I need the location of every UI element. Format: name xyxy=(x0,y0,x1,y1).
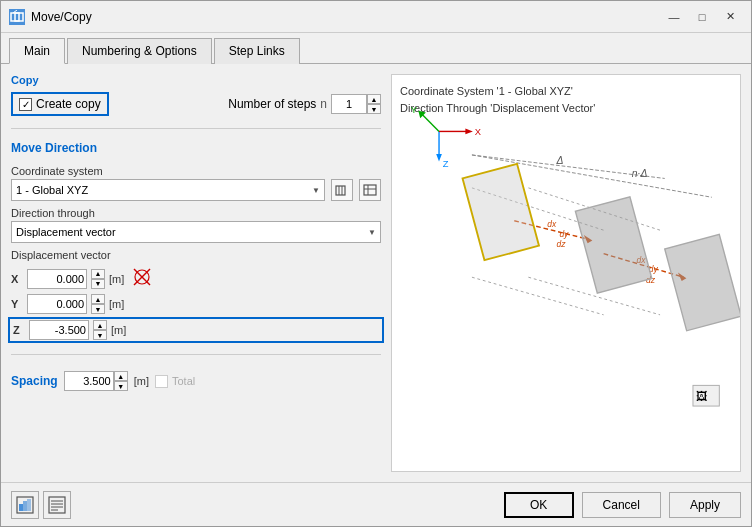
copy-section: Copy ✓ Create copy Number of steps n ▲ xyxy=(11,74,381,116)
x-input[interactable] xyxy=(27,269,87,289)
num-steps-label: Number of steps xyxy=(228,97,316,111)
svg-rect-47 xyxy=(27,499,31,511)
x-unit: [m] xyxy=(109,273,124,285)
z-unit: [m] xyxy=(111,324,126,336)
y-increment[interactable]: ▲ xyxy=(91,294,105,304)
n-increment[interactable]: ▲ xyxy=(367,94,381,104)
spacing-spinbox: ▲ ▼ xyxy=(64,371,128,391)
direction-through-arrow: ▼ xyxy=(368,228,376,237)
create-copy-box: ✓ Create copy xyxy=(11,92,109,116)
num-steps-group: Number of steps n ▲ ▼ xyxy=(228,94,381,114)
move-direction-section: Move Direction Coordinate system 1 - Glo… xyxy=(11,141,381,342)
x-decrement[interactable]: ▼ xyxy=(91,279,105,289)
spacing-label: Spacing xyxy=(11,374,58,388)
x-increment[interactable]: ▲ xyxy=(91,269,105,279)
spacing-input[interactable] xyxy=(64,371,114,391)
create-copy-checkbox[interactable]: ✓ xyxy=(19,98,32,111)
content-area: Copy ✓ Create copy Number of steps n ▲ xyxy=(1,64,751,482)
svg-text:Z: Z xyxy=(443,158,449,169)
x-spinbox-buttons: ▲ ▼ xyxy=(91,269,105,289)
direction-through-group: Direction through Displacement vector ▼ xyxy=(11,207,381,243)
svg-text:n·Δ: n·Δ xyxy=(632,168,648,179)
svg-text:🖼: 🖼 xyxy=(696,390,707,402)
x-label: X xyxy=(11,273,23,285)
tool-icon-1[interactable] xyxy=(11,491,39,519)
svg-text:dz: dz xyxy=(557,239,567,249)
y-spinbox-buttons: ▲ ▼ xyxy=(91,294,105,314)
tab-bar: Main Numbering & Options Step Links xyxy=(1,33,751,64)
spacing-decrement[interactable]: ▼ xyxy=(114,381,128,391)
close-button[interactable]: ✕ xyxy=(717,7,743,27)
z-spinbox-buttons: ▲ ▼ xyxy=(93,320,107,340)
main-window: Move/Copy — □ ✕ Main Numbering & Options… xyxy=(0,0,752,527)
bottom-tools xyxy=(11,491,71,519)
bottom-bar: OK Cancel Apply xyxy=(1,482,751,526)
displacement-icon[interactable] xyxy=(132,267,152,287)
x-row: X ▲ ▼ [m] xyxy=(11,267,381,290)
copy-row: ✓ Create copy Number of steps n ▲ ▼ xyxy=(11,92,381,116)
divider-2 xyxy=(11,354,381,355)
coordinate-system-icon1[interactable] xyxy=(331,179,353,201)
ok-button[interactable]: OK xyxy=(504,492,574,518)
z-row: Z ▲ ▼ [m] xyxy=(8,317,384,343)
divider-1 xyxy=(11,128,381,129)
svg-marker-19 xyxy=(465,129,473,135)
apply-button[interactable]: Apply xyxy=(669,492,741,518)
z-input[interactable] xyxy=(29,320,89,340)
maximize-button[interactable]: □ xyxy=(689,7,715,27)
n-label: n xyxy=(320,97,327,111)
svg-marker-13 xyxy=(436,154,442,162)
n-decrement[interactable]: ▼ xyxy=(367,104,381,114)
svg-rect-48 xyxy=(49,497,65,513)
y-input[interactable] xyxy=(27,294,87,314)
move-direction-header: Move Direction xyxy=(11,141,381,155)
copy-header: Copy xyxy=(11,74,381,86)
svg-text:Δ: Δ xyxy=(556,155,564,166)
svg-text:X: X xyxy=(475,126,482,137)
coordinate-system-group: Coordinate system 1 - Global XYZ ▼ xyxy=(11,165,381,201)
tab-step-links[interactable]: Step Links xyxy=(214,38,300,64)
svg-text:dx: dx xyxy=(547,219,557,229)
n-spinbox: ▲ ▼ xyxy=(331,94,381,114)
svg-line-37 xyxy=(472,277,604,315)
coordinate-system-row: 1 - Global XYZ ▼ xyxy=(11,179,381,201)
tool-icon-2[interactable] xyxy=(43,491,71,519)
spacing-increment[interactable]: ▲ xyxy=(114,371,128,381)
title-controls: — □ ✕ xyxy=(661,7,743,27)
z-increment[interactable]: ▲ xyxy=(93,320,107,330)
coordinate-system-select[interactable]: 1 - Global XYZ ▼ xyxy=(11,179,325,201)
minimize-button[interactable]: — xyxy=(661,7,687,27)
svg-text:dy: dy xyxy=(559,229,569,239)
n-input[interactable] xyxy=(331,94,367,114)
total-checkbox-group: Total xyxy=(155,375,195,388)
y-label: Y xyxy=(11,298,23,310)
total-checkbox[interactable] xyxy=(155,375,168,388)
direction-through-row: Displacement vector ▼ xyxy=(11,221,381,243)
create-copy-label: Create copy xyxy=(36,97,101,111)
tab-numbering[interactable]: Numbering & Options xyxy=(67,38,212,64)
y-unit: [m] xyxy=(109,298,124,310)
window-icon xyxy=(9,9,25,25)
spacing-unit: [m] xyxy=(134,375,149,387)
z-decrement[interactable]: ▼ xyxy=(93,330,107,340)
svg-rect-3 xyxy=(336,186,345,195)
svg-rect-41 xyxy=(665,234,740,330)
spacing-spinbox-btns: ▲ ▼ xyxy=(114,371,128,391)
spacing-section: Spacing ▲ ▼ [m] Total xyxy=(11,371,381,391)
displacement-vector-label: Displacement vector xyxy=(11,249,381,261)
displacement-section: Displacement vector X ▲ ▼ [m] xyxy=(11,249,381,342)
svg-rect-45 xyxy=(19,504,23,511)
direction-through-label: Direction through xyxy=(11,207,381,219)
window-title: Move/Copy xyxy=(31,10,92,24)
y-decrement[interactable]: ▼ xyxy=(91,304,105,314)
coordinate-system-icon2[interactable] xyxy=(359,179,381,201)
direction-through-select[interactable]: Displacement vector ▼ xyxy=(11,221,381,243)
diagram-panel: Coordinate System '1 - Global XYZ' Direc… xyxy=(391,74,741,472)
coordinate-system-arrow: ▼ xyxy=(312,186,320,195)
n-spinbox-buttons: ▲ ▼ xyxy=(367,94,381,114)
tab-main[interactable]: Main xyxy=(9,38,65,64)
cancel-button[interactable]: Cancel xyxy=(582,492,661,518)
svg-text:Y: Y xyxy=(411,104,418,115)
action-buttons: OK Cancel Apply xyxy=(504,492,741,518)
title-bar: Move/Copy — □ ✕ xyxy=(1,1,751,33)
